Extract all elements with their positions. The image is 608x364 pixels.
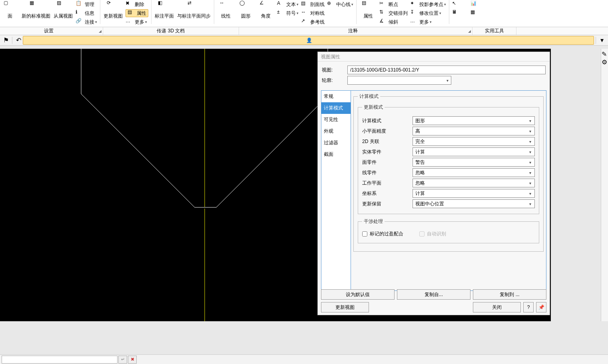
ribbon-btn-tilt[interactable]: ∡倾斜: [378, 18, 409, 26]
delete-icon: ✖: [126, 0, 134, 8]
ribbon-btn-more2[interactable]: …更多: [409, 18, 447, 26]
qat-customize[interactable]: ▾: [598, 36, 606, 45]
viewport[interactable]: 视图属性 视图: 轮廓: ▾ 常规 计算模式 可见性 外观 过滤器: [0, 49, 551, 321]
legend-interference: 干涉处理: [362, 218, 385, 225]
select-workplane[interactable]: 忽略▾: [413, 179, 535, 187]
checkbox-mark-fit[interactable]: 标记的过盈配合: [362, 231, 403, 237]
status-bar: ↵ ✖: [0, 354, 608, 364]
select-keep[interactable]: 视图中心位置▾: [413, 199, 535, 208]
ribbon-stack-arrange: ✂断点 ⇅交错排列 ∡倾斜: [378, 0, 409, 26]
ribbon-btn-info[interactable]: ℹ信息: [74, 9, 98, 18]
qat-flag[interactable]: ⚑: [2, 36, 10, 45]
ribbon-btn-sym-line[interactable]: ↔对称线: [300, 9, 326, 18]
ribbon-btn-circular[interactable]: ◯圆形: [236, 0, 256, 24]
ribbon-tool-2[interactable]: 🖩: [451, 9, 469, 18]
ribbon-btn-stagger[interactable]: ⇅交错排列: [378, 9, 409, 18]
btn-help[interactable]: ?: [523, 302, 534, 312]
select-line[interactable]: 忽略▾: [413, 168, 535, 177]
separator: [449, 0, 449, 24]
ribbon-btn-breakpoint[interactable]: ✂断点: [378, 0, 409, 9]
combo-outline[interactable]: ▾: [347, 76, 451, 85]
ribbon-tool-4[interactable]: ▦: [469, 9, 488, 18]
btn-update-view[interactable]: 更新视图: [321, 302, 369, 312]
select-cs[interactable]: 计算▾: [413, 189, 535, 198]
tab-visibility[interactable]: 可见性: [321, 114, 351, 125]
ribbon-btn-sync-anno-plane[interactable]: ⇄与标注平面同步: [175, 0, 212, 24]
annoplane-icon: ◧: [158, 0, 171, 13]
btn-set-default[interactable]: 设为默认值: [321, 289, 395, 300]
more2-icon: …: [410, 18, 418, 26]
center-icon: ⊕: [327, 0, 335, 8]
ribbon-btn-delete[interactable]: ✖删除: [124, 0, 150, 9]
ribbon-btn-anno-plane[interactable]: ◧标注平面: [153, 0, 175, 24]
ribbon-btn-mod-pos[interactable]: ↧修改位置: [409, 9, 447, 18]
calc-icon: 🖩: [452, 9, 460, 17]
ribbon-btn-props[interactable]: ▤属性: [124, 9, 150, 18]
chevron-down-icon: ▾: [526, 160, 534, 165]
select-solid[interactable]: 计算▾: [413, 147, 535, 156]
input-view-path[interactable]: [347, 66, 546, 74]
ribbon-btn-sub-view[interactable]: ▨从属视图: [52, 0, 74, 24]
ribbon-btn-proj-ref[interactable]: ✦投影参考点: [409, 0, 447, 9]
dialog-footer-row2: 更新视图 关闭 ? 📌: [321, 302, 546, 312]
ribbon-btn-face[interactable]: ▢面: [0, 0, 20, 24]
btn-close[interactable]: 关闭: [473, 302, 521, 312]
ribbon-btn-angle[interactable]: ∠角度: [256, 0, 276, 24]
text-icon: A: [277, 0, 285, 8]
ribbon-btn-connect[interactable]: 🔗连接: [74, 18, 98, 26]
ribbon-btn-ref-line[interactable]: ↗参考线: [300, 18, 326, 26]
ribbon-btn-section-line[interactable]: ▤剖面线: [300, 0, 326, 9]
qat-select-mode[interactable]: 👤: [23, 36, 594, 45]
chevron-down-icon: ▾: [526, 119, 534, 123]
select-precision[interactable]: 高▾: [413, 127, 535, 135]
tilt-icon: ∡: [379, 18, 387, 26]
label-view: 视图:: [322, 67, 347, 74]
ribbon-btn-text[interactable]: A文本: [276, 0, 300, 9]
cursor-icon: ↖: [452, 0, 460, 8]
ribbon-btn-symbol[interactable]: ±符号: [276, 9, 300, 18]
qat-undo[interactable]: ↶: [14, 36, 23, 45]
view-properties-dialog: 视图属性 视图: 轮廓: ▾ 常规 计算模式 可见性 外观 过滤器: [317, 52, 550, 315]
status-btn-enter[interactable]: ↵: [118, 356, 127, 364]
label-line: 线零件: [362, 169, 413, 176]
btn-copy-from[interactable]: 复制自...: [397, 289, 470, 300]
chart-icon: 📊: [470, 0, 478, 8]
separator: [356, 0, 357, 24]
ribbon-tool-1[interactable]: ↖: [451, 0, 469, 9]
circle-icon: ◯: [239, 0, 252, 13]
ribbon-btn-more[interactable]: …更多: [124, 18, 150, 26]
ribbon-tool-3[interactable]: 📊: [469, 0, 488, 9]
btn-pin[interactable]: 📌: [536, 302, 546, 312]
ribbon-btn-props2[interactable]: ▤属性: [358, 0, 378, 24]
ribbon-btn-update-view[interactable]: ⟳更新视图: [102, 0, 124, 24]
quick-access-toolbar: ⚑ ↶ 👤 ▾: [0, 35, 608, 46]
tab-calc-mode[interactable]: 计算模式: [321, 102, 351, 114]
dialog-launcher-icon[interactable]: ◢: [97, 29, 103, 33]
select-2d[interactable]: 完全▾: [413, 137, 535, 146]
ribbon-btn-linear[interactable]: ↔线性: [216, 0, 236, 24]
status-btn-cancel[interactable]: ✖: [128, 356, 137, 364]
tab-general[interactable]: 常规: [321, 91, 351, 102]
chevron-down-icon: ▾: [526, 150, 534, 154]
tab-section[interactable]: 截面: [321, 149, 351, 160]
tab-appearance[interactable]: 外观: [321, 125, 351, 137]
label-2d: 2D 关联: [362, 138, 413, 145]
fieldset-update-mode: 更新模式 计算模式图形▾ 小平面精度高▾ 2D 关联完全▾ 实体零件计算▾ 面零…: [358, 104, 539, 214]
side-tool-1[interactable]: ✎: [602, 50, 608, 57]
ribbon-stack-tools: ↖ 🖩: [451, 0, 469, 18]
break-icon: ✂: [379, 0, 387, 8]
dialog-launcher-icon[interactable]: ◢: [466, 29, 472, 33]
ribbon-btn-manage[interactable]: 📋管理: [74, 0, 98, 9]
select-face[interactable]: 警告▾: [413, 158, 535, 167]
side-tool-2[interactable]: ⚙: [602, 58, 608, 65]
tab-filter[interactable]: 过滤器: [321, 137, 351, 149]
command-input[interactable]: [2, 356, 118, 364]
group-annot: 注释◢: [239, 27, 472, 35]
btn-copy-to[interactable]: 复制到 ...: [473, 289, 546, 300]
select-calc[interactable]: 图形▾: [413, 116, 535, 125]
face-icon: ▢: [4, 0, 16, 13]
ribbon-btn-center-line[interactable]: ⊕中心线: [326, 0, 355, 9]
chevron-down-icon: ▾: [526, 181, 534, 185]
ribbon-btn-new-std-view[interactable]: ▦新的标准视图: [20, 0, 52, 24]
fieldset-calc-mode: 计算模式 更新模式 计算模式图形▾ 小平面精度高▾ 2D 关联完全▾ 实体零件计…: [353, 93, 544, 252]
